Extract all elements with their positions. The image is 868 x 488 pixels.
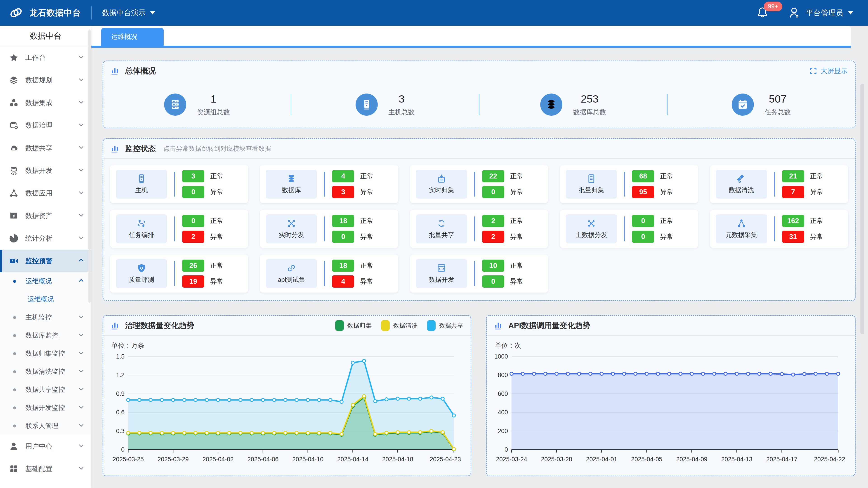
- card-label: 实时分发: [279, 231, 304, 239]
- normal-count-badge[interactable]: 0: [632, 215, 654, 227]
- monitor-card-主机[interactable]: 主机3正常0异常: [110, 165, 248, 203]
- monitor-card-数据清洗[interactable]: 数据清洗21正常7异常: [710, 165, 848, 203]
- monitor-card-实时分发[interactable]: 实时分发18正常0异常: [260, 210, 398, 248]
- legend-item-数据清洗[interactable]: 数据清洗: [381, 320, 417, 331]
- monitor-card-数据开发[interactable]: 数据开发10正常0异常: [410, 255, 548, 293]
- card-divider: [174, 217, 175, 241]
- abnormal-count-badge[interactable]: 3: [332, 186, 354, 198]
- sidebar-item-6[interactable]: 数据应用: [0, 182, 91, 204]
- abnormal-count-badge[interactable]: 31: [782, 231, 804, 243]
- svg-text:2025-04-09: 2025-04-09: [676, 456, 707, 463]
- sidebar-subitem-12[interactable]: 主机监控: [0, 308, 91, 326]
- monitor-card-批量归集[interactable]: 批量归集68正常95异常: [560, 165, 698, 203]
- chevron-down-icon: [78, 331, 85, 340]
- abnormal-label: 异常: [210, 232, 223, 241]
- abnormal-count-badge[interactable]: 7: [782, 186, 804, 198]
- legend-item-数据归集[interactable]: 数据归集: [335, 320, 372, 331]
- workspace-selector[interactable]: 数据中台演示: [102, 8, 155, 18]
- normal-count-badge[interactable]: 162: [782, 215, 804, 227]
- chevron-down-icon: [78, 144, 85, 152]
- sidebar-subitem-10[interactable]: 运维概况: [0, 272, 91, 290]
- chevron-down-icon: [78, 54, 85, 62]
- abnormal-count-badge[interactable]: 0: [182, 186, 204, 198]
- svg-text:800: 800: [498, 372, 508, 379]
- sidebar-item-9[interactable]: !监控预警: [0, 250, 91, 272]
- legend-item-数据共享[interactable]: 数据共享: [427, 320, 463, 331]
- app-nodes-icon: [9, 188, 19, 198]
- abnormal-count-badge[interactable]: 4: [332, 275, 354, 288]
- sidebar-item-5[interactable]: 数据开发: [0, 159, 91, 182]
- normal-count-badge[interactable]: 4: [332, 170, 354, 182]
- normal-count-badge[interactable]: 18: [332, 215, 354, 227]
- normal-count-badge[interactable]: 3: [182, 170, 204, 182]
- monitor-card-任务编排[interactable]: 任务编排0正常2异常: [110, 210, 248, 248]
- fullscreen-link[interactable]: 大屏显示: [810, 66, 848, 76]
- normal-count-badge[interactable]: 0: [182, 215, 204, 227]
- abnormal-label: 异常: [210, 277, 223, 286]
- abnormal-count-badge[interactable]: 0: [332, 231, 354, 243]
- main-scrollbar[interactable]: [860, 84, 864, 334]
- svg-text:2025-03-28: 2025-03-28: [541, 456, 572, 463]
- overview-panel-header: 总体概况 大屏显示: [103, 61, 855, 81]
- sidebar-subitem-label: 数据开发监控: [26, 403, 65, 412]
- monitor-card-api测试集[interactable]: api测试集18正常4异常: [260, 255, 398, 293]
- sidebar-subitem-14[interactable]: 数据归集监控: [0, 345, 91, 363]
- monitor-card-主数据分发[interactable]: 主数据分发0正常0异常: [560, 210, 698, 248]
- monitor-card-质量评测[interactable]: Q质量评测26正常19异常: [110, 255, 248, 293]
- sidebar-subitem-17[interactable]: 数据开发监控: [0, 399, 91, 417]
- api-link-icon: [286, 263, 296, 273]
- sidebar-nested-item-11[interactable]: 运维概况: [0, 290, 91, 308]
- svg-text:2025-04-13: 2025-04-13: [721, 456, 752, 463]
- svg-text:¥: ¥: [13, 214, 15, 219]
- monitor-card-实时归集[interactable]: 实时归集22正常0异常: [410, 165, 548, 203]
- chevron-down-icon: [78, 404, 85, 412]
- sidebar-subitem-13[interactable]: 数据库监控: [0, 326, 91, 345]
- stat-label: 资源组总数: [197, 108, 230, 117]
- sidebar-item-0[interactable]: 工作台: [0, 46, 91, 69]
- sidebar-item-8[interactable]: 统计分析: [0, 227, 91, 250]
- notifications-button[interactable]: 99+: [756, 6, 769, 20]
- sidebar-item-7[interactable]: ¥数据资产: [0, 204, 91, 227]
- normal-label: 正常: [210, 172, 223, 181]
- host-icon: [136, 174, 147, 184]
- normal-count-badge[interactable]: 2: [482, 215, 504, 227]
- user-menu[interactable]: 平台管理员: [788, 6, 853, 20]
- normal-count-badge[interactable]: 21: [782, 170, 804, 182]
- quality-shield-icon: Q: [136, 263, 147, 273]
- bullet-icon: [13, 388, 16, 391]
- abnormal-count-badge[interactable]: 2: [482, 231, 504, 243]
- normal-count-badge[interactable]: 10: [482, 260, 504, 272]
- notification-badge: 99+: [764, 2, 782, 11]
- abnormal-count-badge[interactable]: 0: [482, 186, 504, 198]
- pie-icon: [9, 234, 19, 243]
- monitor-card-元数据采集[interactable]: 元数据采集162正常31异常: [710, 210, 848, 248]
- tab-ops-overview[interactable]: 运维概况: [101, 28, 164, 46]
- normal-count-badge[interactable]: 18: [332, 260, 354, 272]
- sidebar-item-3[interactable]: 数据治理: [0, 114, 91, 137]
- sidebar-item-1[interactable]: 数据规划: [0, 69, 91, 92]
- sidebar-item-20[interactable]: 基础配置: [0, 457, 91, 480]
- sidebar-subitem-16[interactable]: 数据共享监控: [0, 381, 91, 399]
- abnormal-count-badge[interactable]: 2: [182, 231, 204, 243]
- normal-count-badge[interactable]: 68: [632, 170, 654, 182]
- sidebar-item-19[interactable]: 用户中心: [0, 435, 91, 457]
- asset-book-icon: ¥: [9, 211, 19, 221]
- abnormal-count-badge[interactable]: 19: [182, 275, 204, 288]
- abnormal-label: 异常: [510, 188, 523, 197]
- card-tile: 元数据采集: [716, 215, 767, 243]
- monitor-card-批量共享[interactable]: 批量共享2正常2异常: [410, 210, 548, 248]
- sidebar-subitem-18[interactable]: 联系人管理: [0, 417, 91, 435]
- monitor-card-数据库[interactable]: 数据库4正常3异常: [260, 165, 398, 203]
- normal-count-badge[interactable]: 26: [182, 260, 204, 272]
- api-chart-title: API数据调用量变化趋势: [508, 320, 590, 331]
- sidebar-item-4[interactable]: 数据共享: [0, 137, 91, 159]
- normal-count-badge[interactable]: 22: [482, 170, 504, 182]
- sidebar-scrollbar[interactable]: [88, 29, 91, 303]
- svg-text:2025-04-14: 2025-04-14: [337, 456, 368, 463]
- sidebar-subitem-15[interactable]: 数据清洗监控: [0, 363, 91, 381]
- abnormal-count-badge[interactable]: 95: [632, 186, 654, 198]
- svg-text:600: 600: [498, 390, 508, 397]
- abnormal-count-badge[interactable]: 0: [632, 231, 654, 243]
- abnormal-count-badge[interactable]: 0: [482, 275, 504, 288]
- sidebar-item-2[interactable]: 数据集成: [0, 92, 91, 114]
